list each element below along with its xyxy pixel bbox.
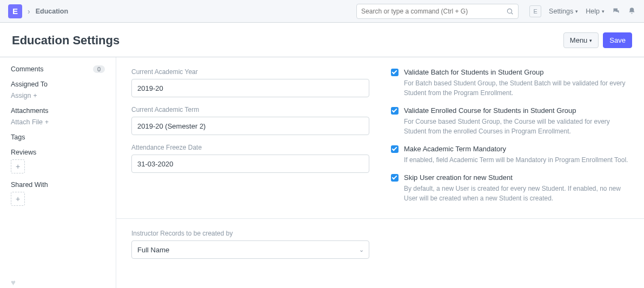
chat-icon[interactable]	[612, 7, 620, 15]
term-mandatory-desc: If enabled, field Academic Term will be …	[404, 155, 629, 165]
freeze-date-label: Attendance Freeze Date	[131, 144, 369, 151]
form-col-right: Validate Batch for Students in Student G…	[391, 68, 629, 203]
workspace-switcher[interactable]: E	[529, 5, 541, 17]
form-section-instructor: Instructor Records to be created by ⌄	[116, 219, 644, 274]
plus-icon: +	[34, 92, 37, 99]
validate-course-label: Validate Enrolled Course for Students in…	[404, 106, 576, 115]
form-area: Current Academic Year Current Academic T…	[116, 57, 644, 288]
reviews-label: Reviews	[11, 149, 105, 156]
skip-user-desc: By default, a new User is created for ev…	[404, 184, 629, 203]
skip-user-checkbox[interactable]	[391, 174, 399, 182]
search-icon	[506, 8, 514, 15]
bell-icon[interactable]	[628, 7, 636, 15]
instructor-by-select[interactable]	[131, 240, 369, 259]
menu-button[interactable]: Menu▾	[563, 32, 599, 48]
tags-label: Tags	[11, 133, 105, 141]
layout: Comments 0 Assigned To Assign+ Attachmen…	[0, 57, 644, 288]
instructor-by-label: Instructor Records to be created by	[131, 230, 369, 237]
validate-course-checkbox[interactable]	[391, 107, 399, 115]
academic-year-input[interactable]	[131, 79, 369, 97]
form-col-left: Current Academic Year Current Academic T…	[131, 68, 369, 203]
field-instructor-by: Instructor Records to be created by ⌄	[131, 230, 369, 259]
search-box[interactable]	[356, 4, 519, 19]
academic-year-label: Current Academic Year	[131, 68, 369, 76]
add-share-button[interactable]: +	[11, 192, 25, 206]
validate-batch-label: Validate Batch for Students in Student G…	[404, 68, 543, 76]
svg-line-1	[512, 12, 513, 14]
term-mandatory-checkbox[interactable]	[391, 145, 399, 153]
plus-icon: +	[45, 118, 49, 126]
comments-label: Comments	[11, 65, 43, 73]
assign-link[interactable]: Assign+	[11, 92, 37, 99]
sidebar-reviews: Reviews +	[11, 149, 105, 173]
attach-file-label: Attach File	[11, 118, 43, 126]
freeze-date-input[interactable]	[131, 155, 369, 173]
skip-user-label: Skip User creation for new Student	[404, 173, 513, 182]
academic-term-input[interactable]	[131, 117, 369, 135]
help-menu[interactable]: Help▾	[586, 8, 605, 15]
plus-icon: +	[16, 195, 20, 203]
check-skip-user: Skip User creation for new Student By de…	[391, 173, 629, 203]
check-term-mandatory: Make Academic Term Mandatory If enabled,…	[391, 145, 629, 165]
term-mandatory-label: Make Academic Term Mandatory	[404, 145, 506, 153]
field-freeze-date: Attendance Freeze Date	[131, 144, 369, 173]
sidebar-comments[interactable]: Comments 0	[11, 65, 105, 73]
sidebar-shared: Shared With +	[11, 181, 105, 206]
sidebar-attachments: Attachments Attach File+	[11, 107, 105, 126]
field-academic-year: Current Academic Year	[131, 68, 369, 97]
add-review-button[interactable]: +	[11, 159, 25, 173]
sidebar: Comments 0 Assigned To Assign+ Attachmen…	[0, 57, 116, 288]
save-button[interactable]: Save	[603, 32, 632, 48]
svg-point-0	[507, 9, 512, 13]
validate-course-desc: For Course based Student Group, the Cour…	[404, 117, 629, 136]
attachments-label: Attachments	[11, 107, 105, 115]
check-validate-batch: Validate Batch for Students in Student G…	[391, 68, 629, 98]
page-head: Education Settings Menu▾ Save	[0, 23, 644, 57]
nav-right: E Settings▾ Help▾	[529, 5, 636, 17]
menu-button-label: Menu	[570, 36, 588, 44]
caret-down-icon: ▾	[602, 9, 605, 14]
help-label: Help	[586, 8, 600, 15]
page-actions: Menu▾ Save	[563, 32, 632, 48]
nav-center	[356, 4, 519, 19]
field-academic-term: Current Academic Term	[131, 106, 369, 135]
caret-down-icon: ▾	[575, 9, 578, 14]
academic-term-label: Current Academic Term	[131, 106, 369, 113]
validate-batch-desc: For Batch based Student Group, the Stude…	[404, 78, 629, 98]
heart-icon[interactable]: ♥	[11, 278, 16, 287]
app-logo[interactable]: E	[8, 4, 22, 18]
assigned-to-label: Assigned To	[11, 81, 105, 88]
attach-file-link[interactable]: Attach File+	[11, 118, 49, 126]
form-col-instructor: Instructor Records to be created by ⌄	[131, 230, 369, 259]
caret-down-icon: ▾	[589, 38, 592, 43]
navbar: E › Education E Settings▾ Help▾	[0, 0, 644, 23]
breadcrumb[interactable]: Education	[36, 8, 68, 15]
form-section-main: Current Academic Year Current Academic T…	[116, 57, 644, 219]
settings-label: Settings	[549, 8, 573, 15]
page-title: Education Settings	[12, 34, 119, 48]
comments-count-badge: 0	[93, 65, 105, 73]
sidebar-assigned: Assigned To Assign+	[11, 81, 105, 99]
plus-icon: +	[16, 162, 20, 171]
chevron-right-icon: ›	[28, 7, 30, 16]
check-validate-course: Validate Enrolled Course for Students in…	[391, 106, 629, 136]
nav-left: E › Education	[8, 4, 68, 18]
shared-with-label: Shared With	[11, 181, 105, 189]
search-input[interactable]	[361, 8, 506, 15]
assign-link-label: Assign	[11, 92, 31, 99]
settings-menu[interactable]: Settings▾	[549, 8, 578, 15]
validate-batch-checkbox[interactable]	[391, 69, 399, 76]
